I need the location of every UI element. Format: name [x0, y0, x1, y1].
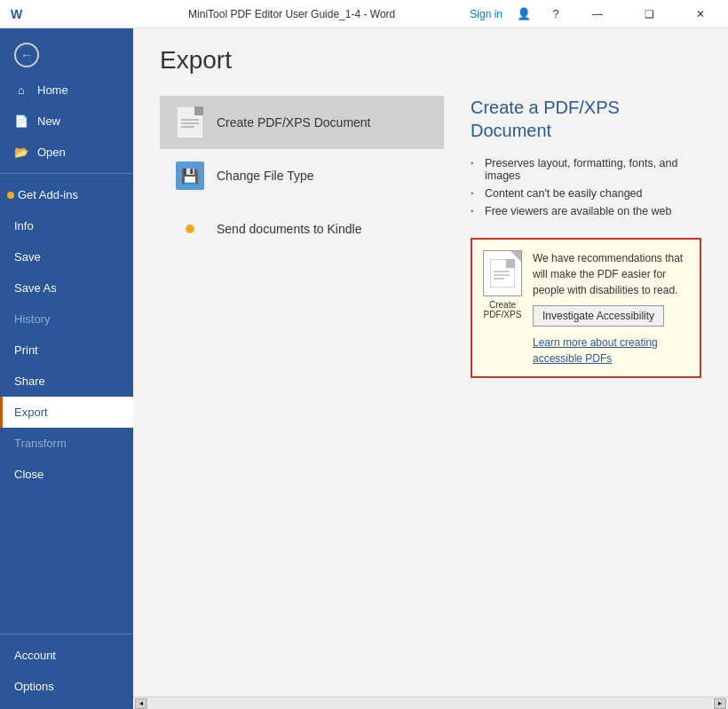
panel-title: Create a PDF/XPS Document [471, 96, 701, 142]
export-right-panel: Create a PDF/XPS Document Preserves layo… [471, 96, 701, 378]
sidebar-item-info[interactable]: Info [0, 210, 133, 241]
sidebar-item-close[interactable]: Close [0, 459, 133, 490]
bullet-item-1: Preserves layout, formatting, fonts, and… [471, 154, 701, 185]
export-option-label: Create PDF/XPS Document [217, 115, 371, 130]
rec-icon-area: CreatePDF/XPS [483, 250, 522, 366]
export-option-label: Send documents to Kindle [217, 222, 361, 236]
sidebar-item-label: Transform [14, 437, 67, 450]
rec-pdf-label: CreatePDF/XPS [484, 300, 522, 319]
scroll-left-arrow[interactable]: ◂ [135, 698, 147, 709]
sidebar-nav: ⌂ Home 📄 New 📂 Open Get Add-ins Info Sav… [0, 75, 133, 634]
change-file-icon: 💾 [174, 160, 206, 192]
page-title: Export [160, 46, 701, 75]
back-icon: ← [20, 48, 33, 62]
sidebar-item-label: Save [14, 250, 41, 264]
content-area: Export [133, 28, 728, 709]
sidebar-item-label: Open [37, 146, 66, 159]
investigate-accessibility-button[interactable]: Investigate Accessibility [533, 305, 664, 327]
sidebar-divider-1 [0, 173, 133, 174]
sidebar-item-history: History [0, 303, 133, 335]
sidebar-item-label: New [37, 114, 60, 128]
sidebar-item-open[interactable]: 📂 Open [0, 137, 133, 168]
bullet-item-2: Content can't be easily changed [471, 185, 701, 202]
sidebar-item-label: Export [14, 406, 48, 419]
export-left-panel: Create PDF/XPS Document 💾 Change File Ty… [160, 96, 444, 378]
maximize-button[interactable]: ❑ [629, 0, 669, 28]
scroll-right-arrow[interactable]: ▸ [714, 698, 726, 709]
sidebar-item-label: Close [14, 468, 44, 481]
sidebar-back: ← [0, 28, 133, 75]
learn-more-link[interactable]: Learn more about creating accessible PDF… [533, 336, 658, 365]
export-options: Create PDF/XPS Document 💾 Change File Ty… [160, 96, 701, 378]
sidebar-item-new[interactable]: 📄 New [0, 106, 133, 137]
home-icon: ⌂ [14, 83, 28, 97]
sidebar-item-share[interactable]: Share [0, 366, 133, 397]
people-icon[interactable]: 👤 [513, 4, 534, 25]
sidebar-item-label: Share [14, 374, 45, 388]
bullet-list: Preserves layout, formatting, fonts, and… [471, 154, 701, 220]
export-option-create-pdf[interactable]: Create PDF/XPS Document [160, 96, 444, 149]
bullet-item-3: Free viewers are available on the web [471, 202, 701, 220]
titlebar-title: MiniTool PDF Editor User Guide_1-4 - Wor… [114, 8, 470, 20]
open-icon: 📂 [14, 146, 28, 159]
kindle-icon [174, 213, 206, 245]
back-button[interactable]: ← [14, 43, 39, 67]
sidebar-item-label: Options [14, 680, 54, 693]
create-pdf-icon [174, 106, 206, 138]
sidebar-item-get-add-ins[interactable]: Get Add-ins [0, 179, 133, 210]
app-body: ← ⌂ Home 📄 New 📂 Open Get Add-ins Info [0, 28, 728, 709]
minimize-button[interactable]: — [577, 0, 618, 28]
sidebar-item-account[interactable]: Account [0, 640, 133, 671]
sidebar-item-print[interactable]: Print [0, 335, 133, 366]
signin-link[interactable]: Sign in [470, 8, 502, 20]
sidebar-item-label: Save As [14, 281, 57, 295]
sidebar-item-label: Account [14, 649, 56, 662]
rec-pdf-icon [483, 250, 522, 296]
sidebar-item-label: Info [14, 219, 34, 232]
sidebar-item-save-as[interactable]: Save As [0, 272, 133, 303]
horizontal-scrollbar: ◂ ▸ [133, 697, 728, 709]
content-inner: Export [133, 28, 728, 697]
titlebar-icon: W [7, 7, 22, 21]
rec-text: We have recommendations that will make t… [533, 250, 689, 298]
svg-rect-1 [194, 106, 203, 115]
sidebar-item-label: Get Add-ins [18, 188, 78, 201]
titlebar-right: Sign in 👤 ? — ❑ ✕ [470, 0, 721, 28]
recommendation-box: CreatePDF/XPS We have recommendations th… [471, 238, 701, 378]
scroll-track[interactable] [149, 698, 712, 709]
sidebar-item-options[interactable]: Options [0, 671, 133, 702]
notification-dot [7, 192, 14, 199]
sidebar-divider-2 [0, 634, 133, 634]
sidebar-item-label: History [14, 312, 50, 326]
close-button[interactable]: ✕ [680, 0, 721, 28]
rec-content: We have recommendations that will make t… [533, 250, 689, 366]
sidebar: ← ⌂ Home 📄 New 📂 Open Get Add-ins Info [0, 28, 133, 709]
export-option-send-kindle[interactable]: Send documents to Kindle [160, 202, 444, 256]
sidebar-item-export[interactable]: Export [0, 397, 133, 428]
sidebar-item-label: Print [14, 343, 38, 357]
help-icon[interactable]: ? [545, 4, 566, 25]
sidebar-item-save[interactable]: Save [0, 241, 133, 272]
sidebar-item-home[interactable]: ⌂ Home [0, 75, 133, 106]
sidebar-item-transform: Transform [0, 428, 133, 459]
new-icon: 📄 [14, 114, 28, 128]
sidebar-bottom: Account Options [0, 640, 133, 709]
export-option-change-file[interactable]: 💾 Change File Type [160, 149, 444, 202]
export-option-label: Change File Type [217, 169, 313, 183]
svg-rect-6 [506, 259, 515, 268]
titlebar: W MiniTool PDF Editor User Guide_1-4 - W… [0, 0, 728, 28]
sidebar-item-label: Home [37, 83, 68, 97]
